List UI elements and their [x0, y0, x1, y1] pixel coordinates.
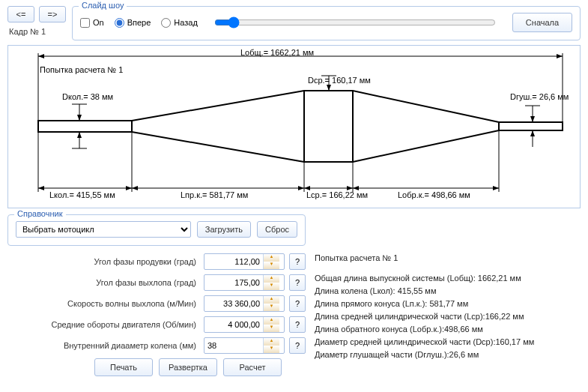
forward-radio-input[interactable] — [115, 18, 124, 28]
on-checkbox-label: On — [93, 18, 104, 27]
restart-button[interactable]: Сначала — [512, 13, 572, 32]
help-button[interactable]: ? — [289, 316, 306, 333]
dim-dgush: Dгуш.= 26,6 мм — [510, 92, 569, 101]
on-checkbox[interactable]: On — [80, 18, 104, 28]
next-button[interactable]: => — [39, 6, 66, 22]
forward-radio[interactable]: Впере — [115, 18, 151, 28]
stepper-icon[interactable]: ▲▼ — [263, 275, 279, 290]
result-line: Длина прямого конуса (Lп.к.): 581,77 мм — [315, 298, 581, 310]
slideshow-legend: Слайд шоу — [79, 1, 127, 10]
svg-marker-18 — [132, 186, 138, 190]
help-button[interactable]: ? — [289, 253, 306, 270]
result-line: Попытка расчета № 1 — [315, 252, 581, 265]
stepper-icon[interactable]: ▲▼ — [263, 317, 279, 332]
unfold-button[interactable]: Развертка — [159, 358, 217, 376]
svg-marker-38 — [530, 130, 535, 136]
results-text: Попытка расчета № 1 Общая длина выпускно… — [315, 214, 581, 376]
dim-lcp: Lср.= 166,22 мм — [306, 190, 368, 199]
inner-diameter-label: Внутренний диааметр колена (мм) — [7, 341, 199, 350]
print-button[interactable]: Печать — [94, 358, 153, 376]
help-button[interactable]: ? — [289, 295, 306, 312]
reset-button[interactable]: Сброс — [257, 221, 297, 238]
dim-lkol: Lкол.= 415,55 мм — [49, 190, 115, 199]
back-radio-input[interactable] — [161, 18, 171, 28]
motorcycle-select[interactable]: Выбрать мотоцикл — [16, 221, 191, 238]
svg-marker-25 — [493, 186, 499, 190]
exhaust-angle-input[interactable]: ▲▼ — [204, 274, 285, 291]
forward-radio-label: Впере — [127, 18, 151, 27]
scavenge-angle-label: Угол фазы продувки (град) — [7, 257, 199, 266]
dim-lprk: Lпр.к.= 581,77 мм — [181, 190, 248, 199]
svg-marker-36 — [530, 116, 535, 122]
rpm-label: Средние обороты двигателя (Об/мин) — [7, 320, 199, 329]
frame-label: Кадр № 1 — [7, 27, 66, 36]
dim-attempt: Попытка расчета № 1 — [40, 65, 123, 74]
on-checkbox-input[interactable] — [80, 18, 90, 28]
reference-legend: Справочник — [14, 209, 66, 218]
inner-diameter-input[interactable]: ▲▼ — [204, 337, 285, 354]
result-line: Длина колена (Lкол): 415,55 мм — [315, 285, 581, 298]
back-radio[interactable]: Назад — [161, 18, 198, 28]
dim-dkol: Dкол.= 38 мм — [62, 92, 113, 101]
dim-dcp: Dср.= 160,17 мм — [308, 76, 371, 85]
speed-slider[interactable] — [214, 16, 496, 28]
prev-button[interactable]: <= — [7, 6, 34, 22]
result-line: Диаметр средней цилиндрической части (Dс… — [315, 336, 581, 349]
calculate-button[interactable]: Расчет — [223, 358, 282, 376]
stepper-icon[interactable]: ▲▼ — [263, 338, 279, 353]
svg-marker-19 — [298, 186, 304, 190]
rpm-input[interactable]: ▲▼ — [204, 316, 285, 333]
svg-marker-33 — [327, 85, 331, 91]
scavenge-angle-input[interactable]: ▲▼ — [204, 253, 285, 270]
slideshow-group: Слайд шоу On Впере Назад Сначала — [72, 6, 581, 40]
load-button[interactable]: Загрузить — [197, 221, 251, 238]
svg-marker-16 — [126, 186, 132, 190]
svg-marker-29 — [77, 132, 82, 138]
svg-marker-1 — [38, 54, 44, 58]
help-button[interactable]: ? — [289, 274, 306, 291]
result-line: Диаметр глушащей части (Dглуш.):26,6 мм — [315, 349, 581, 361]
dim-lobsh: Lобщ.= 1662,21 мм — [240, 48, 314, 57]
svg-marker-27 — [77, 115, 82, 121]
dim-lobrk: Lобр.к.= 498,66 мм — [398, 190, 470, 199]
result-line: Длина средней цилиндрической части (Lср)… — [315, 310, 581, 323]
result-line: Длина обратного конуса (Lобр.к.):498,66 … — [315, 323, 581, 336]
help-button[interactable]: ? — [289, 337, 306, 354]
wave-speed-label: Скорость волны выхлопа (м/Мин) — [7, 299, 199, 308]
svg-marker-15 — [38, 186, 44, 190]
reference-group: Справочник Выбрать мотоцикл Загрузить Сб… — [7, 214, 306, 246]
wave-speed-input[interactable]: ▲▼ — [204, 295, 285, 312]
exhaust-angle-label: Угол фазы выхлопа (град) — [7, 278, 199, 287]
svg-marker-2 — [557, 54, 563, 58]
exhaust-diagram: Lобщ.= 1662,21 мм Попытка расчета № 1 Dк… — [7, 45, 581, 208]
stepper-icon[interactable]: ▲▼ — [263, 296, 279, 311]
result-line: Общая длина выпускной системы (Lобщ): 16… — [315, 272, 581, 285]
back-radio-label: Назад — [174, 18, 198, 27]
stepper-icon[interactable]: ▲▼ — [263, 254, 279, 269]
